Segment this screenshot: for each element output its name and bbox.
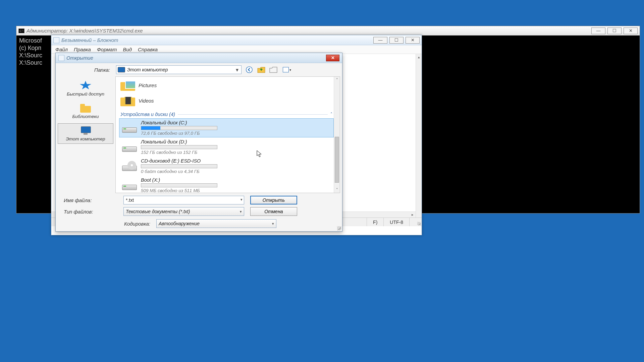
svg-point-0 — [246, 67, 252, 73]
close-button[interactable]: ✕ — [624, 27, 638, 34]
close-button[interactable]: ✕ — [326, 55, 339, 61]
computer-icon — [79, 126, 92, 135]
up-one-level-button[interactable] — [257, 65, 266, 74]
folder-videos[interactable]: Videos — [119, 93, 334, 108]
computer-icon — [118, 67, 125, 72]
mouse-cursor-icon — [257, 150, 263, 158]
star-icon — [79, 81, 92, 90]
drive-usage-bar — [141, 183, 217, 187]
view-menu-button[interactable]: ▾ — [281, 65, 292, 74]
filetype-label: Тип файлов: — [60, 209, 117, 215]
filetype-select[interactable]: Текстовые документы (*.txt) ▾ — [123, 207, 244, 216]
view-grid-icon — [283, 67, 289, 72]
drive-usage-bar — [141, 145, 217, 149]
vertical-scrollbar[interactable]: ▴ — [416, 54, 422, 218]
menu-file[interactable]: Файл — [55, 47, 68, 52]
new-folder-icon — [269, 66, 278, 73]
menu-view[interactable]: Вид — [123, 47, 132, 52]
new-folder-button[interactable] — [269, 65, 278, 74]
filename-input[interactable]: *.txt ▾ — [123, 196, 244, 204]
scroll-up-icon[interactable]: ▴ — [416, 54, 422, 60]
drive-usage-bar — [141, 164, 217, 168]
drive-usage-bar — [141, 126, 217, 130]
drive-row[interactable]: Boot (X:)509 МБ свободно из 511 МБ — [119, 176, 334, 193]
drive-row[interactable]: Локальный диск (D:)152 ГБ свободно из 15… — [119, 137, 334, 157]
chevron-down-icon[interactable]: ▾ — [240, 197, 243, 202]
hdd-icon — [121, 142, 137, 153]
menu-format[interactable]: Формат — [97, 47, 117, 52]
hdd-icon — [121, 123, 137, 133]
pictures-folder-icon — [120, 79, 135, 91]
scroll-down-icon[interactable]: ˅ — [334, 187, 340, 193]
dialog-icon — [58, 55, 64, 61]
drive-free-text: 509 МБ свободно из 511 МБ — [141, 188, 217, 193]
encoding-label: Кодировка: — [60, 221, 150, 227]
cd-drive-icon — [121, 161, 137, 172]
open-dialog-toolbar: Папка: Этот компьютер ▾ ▾ — [56, 63, 342, 76]
drive-row[interactable]: CD-дисковод (E:) ESD-ISO0 байт свободно … — [119, 157, 334, 176]
open-button[interactable]: Открыть — [250, 196, 297, 204]
cancel-button[interactable]: Отмена — [250, 207, 297, 216]
scroll-right-icon[interactable]: ▸ — [410, 212, 416, 218]
file-pane[interactable]: Pictures Videos Устройства и диски (4) ˄… — [115, 76, 340, 193]
cmd-title: Администратор: X:\windows\SYSTEM32\cmd.e… — [26, 28, 143, 34]
hdd-icon — [121, 180, 137, 191]
vertical-scrollbar[interactable]: ˄ ˅ — [334, 77, 340, 193]
chevron-up-icon: ˄ — [330, 112, 332, 117]
folder-pictures[interactable]: Pictures — [119, 77, 334, 93]
menu-help[interactable]: Справка — [138, 47, 158, 52]
open-dialog-title: Открытие — [66, 55, 93, 61]
resize-grip-icon[interactable] — [409, 218, 422, 226]
scroll-thumb[interactable] — [335, 137, 339, 182]
cmd-titlebar[interactable]: C:\ Администратор: X:\windows\SYSTEM32\c… — [16, 26, 640, 36]
scroll-up-icon[interactable]: ˄ — [334, 77, 340, 83]
maximize-button[interactable]: ☐ — [607, 27, 622, 34]
group-devices[interactable]: Устройства и диски (4) ˄ — [119, 108, 334, 118]
close-button[interactable]: ✕ — [406, 37, 420, 44]
chevron-down-icon: ▾ — [289, 68, 291, 72]
chevron-down-icon: ▾ — [272, 222, 274, 226]
resize-grip-icon[interactable] — [337, 226, 341, 230]
notepad-icon — [53, 37, 59, 43]
menu-edit[interactable]: Правка — [74, 47, 91, 52]
folder-up-icon — [257, 65, 266, 74]
notepad-titlebar[interactable]: Безымянный – Блокнот — ☐ ✕ — [51, 35, 422, 45]
place-libraries[interactable]: Библиотеки — [58, 101, 113, 121]
minimize-button[interactable]: — — [373, 37, 387, 44]
back-button[interactable] — [245, 65, 254, 74]
open-dialog: Открытие ✕ Папка: Этот компьютер ▾ ▾ Быс… — [55, 53, 342, 232]
status-eol: F) — [367, 218, 383, 226]
notepad-title: Безымянный – Блокнот — [61, 37, 118, 43]
lookin-value: Этот компьютер — [127, 67, 232, 72]
place-quick-access[interactable]: Быстрый доступ — [58, 78, 113, 99]
places-bar: Быстрый доступ Библиотеки Этот компьютер — [56, 76, 115, 193]
drive-free-text: 0 байт свободно из 4,34 ГБ — [141, 169, 217, 174]
encoding-select[interactable]: Автообнаружение ▾ — [156, 219, 276, 228]
videos-folder-icon — [120, 95, 135, 106]
maximize-button[interactable]: ☐ — [389, 37, 404, 44]
lookin-dropdown[interactable]: Этот компьютер ▾ — [116, 65, 241, 74]
drive-free-text: 72,6 ГБ свободно из 97,0 ГБ — [141, 131, 217, 136]
drive-name: Локальный диск (D:) — [141, 139, 217, 144]
back-arrow-icon — [246, 66, 253, 73]
status-encoding: UTF-8 — [383, 218, 409, 226]
chevron-down-icon: ▾ — [240, 209, 242, 214]
cmd-icon: C:\ — [18, 28, 24, 33]
drive-name: Локальный диск (C:) — [141, 120, 217, 125]
filename-label: Имя файла: — [60, 197, 117, 203]
minimize-button[interactable]: — — [591, 27, 605, 34]
chevron-down-icon: ▾ — [234, 67, 240, 73]
place-this-pc[interactable]: Этот компьютер — [58, 123, 113, 144]
drive-name: Boot (X:) — [141, 177, 217, 183]
drive-name: CD-дисковод (E:) ESD-ISO — [141, 158, 217, 164]
drive-free-text: 152 ГБ свободно из 152 ГБ — [141, 150, 217, 155]
folder-icon — [79, 103, 92, 113]
drive-row[interactable]: Локальный диск (C:)72,6 ГБ свободно из 9… — [119, 118, 334, 137]
open-dialog-titlebar[interactable]: Открытие ✕ — [56, 53, 342, 63]
lookin-label: Папка: — [56, 67, 113, 73]
